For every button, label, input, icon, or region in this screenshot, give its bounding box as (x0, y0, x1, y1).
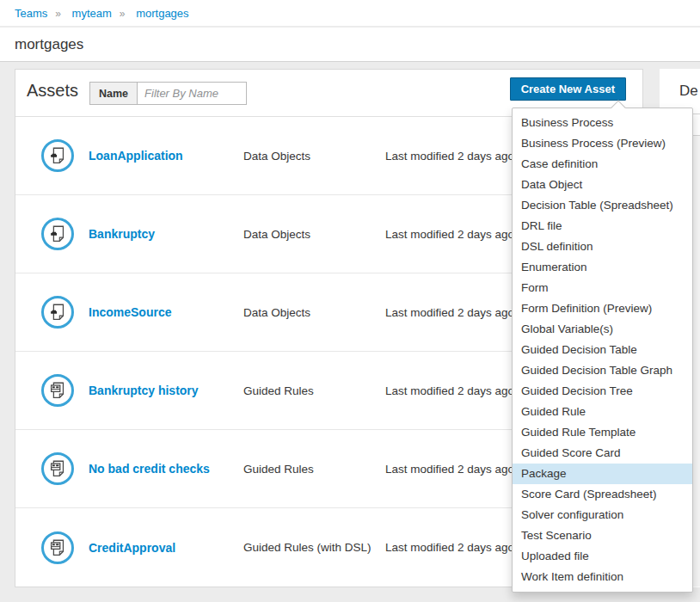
data-object-icon (47, 224, 68, 244)
dropdown-item[interactable]: Guided Score Card (513, 443, 692, 464)
asset-type-badge (41, 374, 74, 407)
data-object-icon (47, 145, 68, 166)
asset-type-badge (41, 296, 74, 329)
guided-rule-icon (47, 538, 68, 558)
dropdown-item[interactable]: DSL definition (513, 236, 692, 257)
guided-rule-icon (47, 458, 68, 479)
dropdown-item[interactable]: Uploaded file (513, 546, 692, 567)
dropdown-item-list: Business Process Business Process (Previ… (513, 113, 692, 587)
dropdown-item[interactable]: Decision Table (Spreadsheet) (513, 195, 692, 216)
asset-last-modified: Last modified 2 days ago (385, 150, 514, 163)
asset-type-label: Data Objects (243, 306, 385, 319)
dropdown-item[interactable]: DRL file (513, 216, 692, 236)
asset-type-badge (41, 139, 74, 172)
asset-type-label: Data Objects (243, 150, 385, 163)
dropdown-item[interactable]: Global Variable(s) (513, 319, 692, 340)
create-new-asset-button[interactable]: Create New Asset (510, 77, 626, 101)
asset-icon-cell (41, 139, 89, 172)
dropdown-item[interactable]: Solver configuration (513, 505, 692, 525)
dropdown-item[interactable]: Form (513, 278, 692, 298)
breadcrumb-link[interactable]: myteam (72, 7, 112, 20)
data-object-icon (47, 302, 68, 322)
breadcrumb-segment: Teams» (15, 7, 69, 20)
dropdown-item[interactable]: Business Process (513, 113, 692, 133)
dropdown-item[interactable]: Form Definition (Preview) (513, 298, 692, 319)
dropdown-item[interactable]: Score Card (Spreadsheet) (513, 484, 692, 505)
breadcrumb-separator-icon: » (120, 8, 126, 20)
dropdown-item[interactable]: Guided Decision Table Graph (513, 360, 692, 381)
asset-last-modified: Last modified 2 days ago (385, 541, 514, 554)
asset-last-modified: Last modified 2 days ago (385, 463, 514, 476)
filter-group: Name (89, 82, 247, 105)
create-asset-dropdown-menu: Business Process Business Process (Previ… (512, 108, 693, 593)
asset-type-label: Data Objects (243, 228, 385, 241)
dropdown-item[interactable]: Work Item definition (513, 567, 692, 587)
assets-panel-title: Assets (27, 81, 78, 101)
asset-name-link[interactable]: LoanApplication (89, 149, 243, 163)
asset-last-modified: Last modified 2 days ago (385, 228, 514, 241)
dropdown-item[interactable]: Guided Rule Template (513, 422, 692, 443)
asset-type-badge (41, 452, 74, 485)
title-bar: mortgages (0, 28, 700, 62)
dropdown-item[interactable]: Guided Decision Tree (513, 381, 692, 402)
dropdown-item[interactable]: Guided Rule (513, 402, 692, 422)
asset-icon-cell (41, 374, 89, 407)
asset-name-link[interactable]: Bankruptcy history (89, 384, 243, 397)
asset-last-modified: Last modified 2 days ago (385, 306, 514, 319)
breadcrumb-link[interactable]: Teams (15, 7, 47, 20)
dropdown-item[interactable]: Data Object (513, 175, 692, 195)
asset-icon-cell (41, 452, 89, 485)
breadcrumb-segment: myteam» (72, 7, 133, 20)
asset-type-badge (41, 218, 74, 250)
asset-type-label: Guided Rules (243, 463, 385, 476)
guided-rule-icon (47, 380, 68, 401)
asset-name-link[interactable]: IncomeSource (89, 305, 243, 319)
asset-type-label: Guided Rules (243, 384, 385, 397)
dropdown-item[interactable]: Business Process (Preview) (513, 133, 692, 154)
breadcrumb-items: Teams» myteam» mortgages (15, 7, 189, 20)
asset-type-badge (41, 531, 74, 564)
asset-icon-cell (41, 218, 89, 250)
breadcrumb-link[interactable]: mortgages (136, 7, 188, 20)
breadcrumb-segment: mortgages (136, 7, 188, 20)
asset-icon-cell (41, 531, 89, 564)
dropdown-item[interactable]: Enumeration (513, 257, 692, 278)
asset-last-modified: Last modified 2 days ago (385, 384, 514, 397)
breadcrumb-separator-icon: » (55, 8, 61, 20)
dropdown-item[interactable]: Test Scenario (513, 525, 692, 546)
asset-icon-cell (41, 296, 89, 329)
page-title: mortgages (15, 36, 83, 53)
breadcrumb: Teams» myteam» mortgages (0, 0, 700, 27)
dropdown-item[interactable]: Case definition (513, 154, 692, 175)
dropdown-item[interactable]: Guided Decision Table (513, 340, 692, 360)
screen: { "breadcrumb": { "items": ["Teams", "my… (0, 0, 700, 602)
asset-name-link[interactable]: No bad credit checks (89, 462, 243, 476)
asset-name-link[interactable]: CreditApproval (89, 541, 243, 555)
asset-name-link[interactable]: Bankruptcy (89, 227, 243, 241)
filter-name-label: Name (89, 82, 137, 105)
asset-type-label: Guided Rules (with DSL) (243, 541, 385, 554)
filter-by-name-input[interactable] (137, 82, 247, 105)
dropdown-item[interactable]: Package (513, 464, 692, 484)
